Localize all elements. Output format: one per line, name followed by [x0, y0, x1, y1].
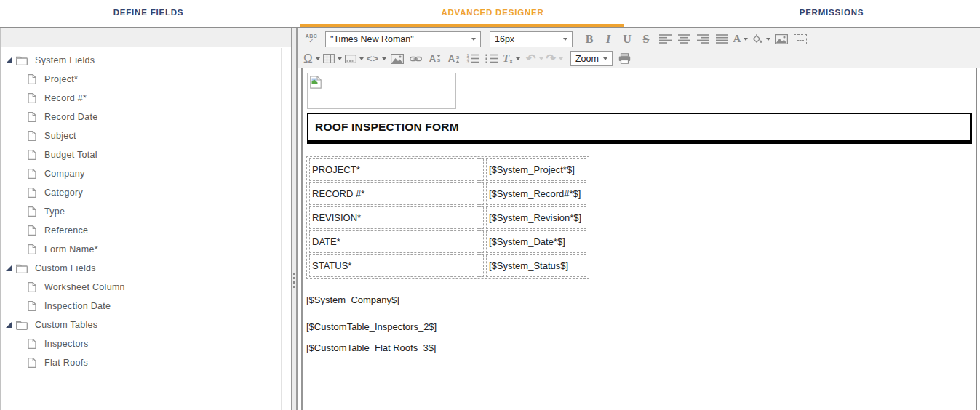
field-spacer-cell[interactable] [477, 230, 484, 253]
align-center-button[interactable] [674, 31, 693, 48]
field-row-status: STATUS*[$System_Status$] [309, 254, 586, 277]
align-right-button[interactable] [693, 31, 712, 48]
image-icon [391, 54, 404, 64]
field-label-cell[interactable]: PROJECT* [309, 158, 474, 181]
field-value-cell[interactable]: [$System_Revision*$] [486, 206, 586, 229]
tree-folder-custom-tables[interactable]: Custom Tables [1, 315, 291, 334]
code-icon: <> [367, 53, 379, 64]
field-label-cell[interactable]: REVISION* [309, 206, 474, 229]
folder-icon [16, 56, 28, 65]
ordered-list-button[interactable]: 123 [463, 50, 482, 68]
insert-image-button[interactable] [772, 31, 791, 48]
tree-item-type[interactable]: Type [1, 202, 291, 221]
tree-item-label: Reference [44, 225, 88, 236]
tree-item-budget-total[interactable]: Budget Total [1, 145, 291, 164]
field-value-cell[interactable]: [$System_Record#*$] [486, 182, 586, 205]
tree-folder-label: Custom Tables [35, 320, 97, 330]
superscript-button[interactable]: A s [445, 50, 463, 68]
tree-item-label: Record #* [44, 93, 87, 103]
tree-item-reference[interactable]: Reference [1, 221, 291, 240]
field-value-cell[interactable]: [$System_Date*$] [486, 230, 586, 253]
bullet-list-button[interactable] [482, 50, 501, 68]
field-label-cell[interactable]: STATUS* [309, 254, 474, 277]
tree-panel-header [1, 28, 291, 47]
placeholder-text[interactable]: [$CustomTable_Flat Roofs_3$] [306, 342, 976, 353]
placeholder-text[interactable]: [$CustomTable_Inspectors_2$] [306, 321, 976, 332]
field-label-cell[interactable]: RECORD #* [309, 182, 474, 205]
table-icon [323, 54, 335, 63]
field-spacer-cell[interactable] [477, 182, 484, 205]
tree-item-form-name[interactable]: Form Name* [1, 240, 291, 259]
paint-bucket-icon [752, 34, 763, 44]
broken-image-icon [310, 76, 322, 89]
omega-icon: Ω [303, 52, 313, 66]
tree-item-company[interactable]: Company [1, 164, 291, 183]
tree-item-record[interactable]: Record #* [1, 89, 291, 108]
tree-item-record-date[interactable]: Record Date [1, 108, 291, 126]
strikethrough-button[interactable]: S [637, 31, 656, 48]
special-character-button[interactable]: Ω [302, 50, 322, 68]
document-icon [28, 188, 36, 198]
tree-item-subject[interactable]: Subject [1, 126, 291, 145]
tree-item-inspectors[interactable]: Inspectors [1, 334, 291, 353]
align-left-button[interactable] [656, 31, 674, 48]
subscript-button[interactable]: A s [426, 50, 445, 68]
fill-color-button[interactable] [750, 31, 772, 48]
font-family-select[interactable]: "Times New Roman" [325, 31, 481, 47]
font-size-select[interactable]: 16px [490, 31, 573, 47]
tree-folder-custom-fields[interactable]: Custom Fields [1, 259, 291, 278]
placeholder-text[interactable]: [$System_Company$] [306, 294, 976, 305]
tree-item-inspection-date[interactable]: Inspection Date [1, 297, 291, 315]
field-value-cell[interactable]: [$System_Status$] [486, 254, 586, 277]
panel-splitter[interactable] [292, 28, 297, 410]
splitter-grip-icon[interactable] [293, 273, 295, 290]
align-justify-button[interactable] [712, 31, 731, 48]
tree-item-project[interactable]: Project* [1, 70, 291, 89]
italic-button[interactable]: I [599, 31, 618, 48]
svg-text:3: 3 [467, 60, 469, 63]
field-spacer-cell[interactable] [477, 158, 484, 181]
collapse-triangle-icon[interactable] [6, 322, 12, 328]
field-row-date: DATE*[$System_Date*$] [309, 230, 586, 253]
insert-fieldset-button[interactable] [791, 31, 810, 48]
insert-link-button[interactable] [407, 50, 426, 68]
insert-table-button[interactable] [322, 50, 343, 68]
tree-item-category[interactable]: Category [1, 183, 291, 202]
bold-button[interactable]: B [580, 31, 599, 48]
source-code-button[interactable]: <> [365, 50, 388, 68]
redo-button[interactable]: ↷ [545, 50, 565, 68]
clear-format-button[interactable]: T x [501, 50, 522, 68]
chevron-down-icon [382, 57, 386, 60]
spellcheck-button[interactable]: ABC ✓ [302, 31, 321, 48]
field-spacer-cell[interactable] [477, 254, 484, 277]
tab-advanced-designer[interactable]: ADVANCED DESIGNER [441, 8, 543, 17]
collapse-triangle-icon[interactable] [6, 57, 12, 63]
tree-item-worksheet-column[interactable]: Worksheet Column [1, 278, 291, 297]
insert-placeholder-button[interactable] [343, 50, 365, 68]
undo-button[interactable]: ↶ [525, 50, 544, 68]
fields-table[interactable]: PROJECT*[$System_Project*$]RECORD #*[$Sy… [306, 156, 589, 279]
tree-scrollbar-track[interactable] [281, 48, 282, 410]
clear-format-icon: T [503, 52, 509, 65]
form-title[interactable]: ROOF INSPECTION FORM [307, 113, 972, 144]
tree-item-flat-roofs[interactable]: Flat Roofs [1, 353, 291, 372]
image-button[interactable] [388, 50, 407, 68]
tab-define-fields[interactable]: DEFINE FIELDS [113, 8, 184, 17]
text-color-button[interactable]: A [731, 31, 750, 48]
tree-folder-system-fields[interactable]: System Fields [1, 51, 291, 70]
zoom-select[interactable]: Zoom [570, 51, 613, 66]
collapse-triangle-icon[interactable] [6, 265, 12, 271]
link-icon [410, 55, 422, 63]
field-value-cell[interactable]: [$System_Project*$] [486, 158, 586, 181]
field-spacer-cell[interactable] [477, 206, 484, 229]
print-button[interactable] [616, 50, 634, 68]
document-icon [28, 150, 36, 160]
document-canvas[interactable]: ROOF INSPECTION FORM PROJECT*[$System_Pr… [301, 68, 977, 410]
logo-image-placeholder[interactable] [307, 73, 456, 109]
placeholder-paragraphs: [$System_Company$][$CustomTable_Inspecto… [306, 294, 976, 353]
panel-icon [345, 55, 356, 63]
document-icon [28, 169, 36, 179]
tab-permissions[interactable]: PERMISSIONS [800, 8, 864, 17]
field-label-cell[interactable]: DATE* [309, 230, 474, 253]
underline-button[interactable]: U [618, 31, 637, 48]
